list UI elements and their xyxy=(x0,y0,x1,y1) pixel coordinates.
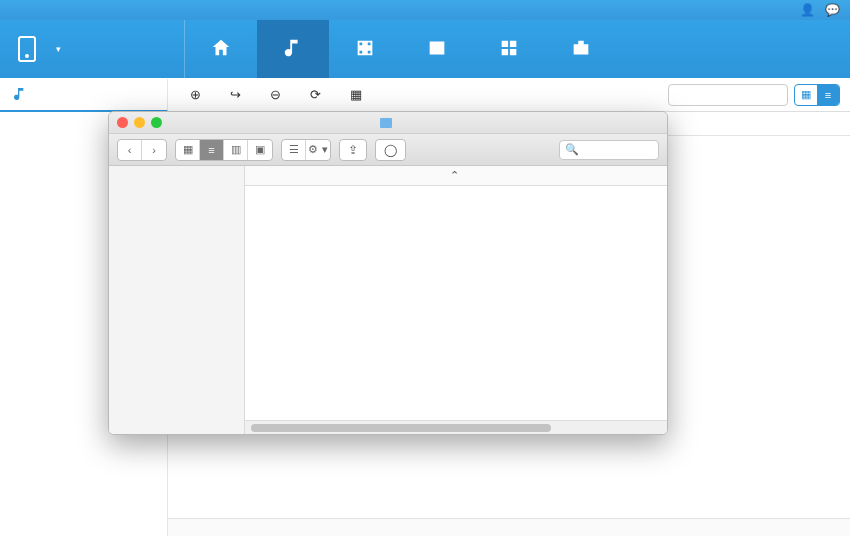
search-input[interactable] xyxy=(668,84,788,106)
device-icon xyxy=(18,36,36,62)
minimize-icon[interactable] xyxy=(134,117,145,128)
nav-home[interactable] xyxy=(185,20,257,78)
finder-sidebar xyxy=(109,166,245,434)
chevron-down-icon: ▾ xyxy=(56,44,61,54)
list-view-icon[interactable]: ≡ xyxy=(817,85,839,105)
maximize-icon[interactable] xyxy=(151,117,162,128)
list-view-icon[interactable]: ≡ xyxy=(200,140,224,160)
column-view-icon[interactable]: ▥ xyxy=(224,140,248,160)
tags-button[interactable]: ◯ xyxy=(375,139,406,161)
toolbar: ⊕ ↪ ⊖ ⟳ ▦ 🔍 ▦ ≡ xyxy=(0,78,850,112)
status-footer xyxy=(168,518,850,536)
delete-button[interactable]: ⊖ xyxy=(268,87,288,102)
nav-apps[interactable] xyxy=(473,20,545,78)
export-button[interactable]: ↪ xyxy=(228,87,248,102)
refresh-button[interactable]: ⟳ xyxy=(308,87,328,102)
view-toggle[interactable]: ▦ ≡ xyxy=(794,84,840,106)
gear-icon[interactable]: ⚙︎ ▾ xyxy=(306,140,330,160)
music-note-icon xyxy=(12,86,28,102)
forward-icon[interactable]: › xyxy=(142,140,166,160)
toolbox-icon xyxy=(570,37,592,59)
nav-back-forward[interactable]: ‹› xyxy=(117,139,167,161)
user-icon[interactable]: 👤 xyxy=(800,0,815,20)
videos-icon xyxy=(354,37,376,59)
device-selector[interactable]: ▾ xyxy=(0,20,185,78)
search-icon: 🔍 xyxy=(565,143,579,156)
icon-view-icon[interactable]: ▦ xyxy=(176,140,200,160)
plus-icon: ⊕ xyxy=(188,87,203,102)
home-icon xyxy=(210,37,232,59)
deduplicate-button[interactable]: ▦ xyxy=(348,87,368,102)
main-nav: ▾ xyxy=(0,20,850,78)
delete-icon: ⊖ xyxy=(268,87,283,102)
finder-file-list: ⌃ xyxy=(245,166,667,434)
col-name[interactable]: ⌃ xyxy=(245,169,467,182)
nav-toolbox[interactable] xyxy=(545,20,617,78)
gallery-view-icon[interactable]: ▣ xyxy=(248,140,272,160)
add-button[interactable]: ⊕ xyxy=(188,87,208,102)
folder-icon xyxy=(380,118,392,128)
view-mode-group[interactable]: ▦ ≡ ▥ ▣ xyxy=(175,139,273,161)
back-icon[interactable]: ‹ xyxy=(118,140,142,160)
feedback-icon[interactable]: 💬 xyxy=(825,0,840,20)
arrange-group[interactable]: ☰⚙︎ ▾ xyxy=(281,139,331,161)
finder-toolbar: ‹› ▦ ≡ ▥ ▣ ☰⚙︎ ▾ ⇪ ◯ 🔍 xyxy=(109,134,667,166)
finder-window: ‹› ▦ ≡ ▥ ▣ ☰⚙︎ ▾ ⇪ ◯ 🔍 ⌃ xyxy=(108,111,668,435)
share-button[interactable]: ⇪ xyxy=(339,139,367,161)
group-icon[interactable]: ☰ xyxy=(282,140,306,160)
nav-videos[interactable] xyxy=(329,20,401,78)
apps-icon xyxy=(498,37,520,59)
export-icon: ↪ xyxy=(228,87,243,102)
refresh-icon: ⟳ xyxy=(308,87,323,102)
app-titlebar: 👤 💬 xyxy=(0,0,850,20)
horizontal-scrollbar[interactable] xyxy=(245,420,667,434)
sort-asc-icon: ⌃ xyxy=(450,169,459,182)
nav-music[interactable] xyxy=(257,20,329,78)
close-icon[interactable] xyxy=(117,117,128,128)
music-icon xyxy=(282,37,304,59)
nav-photos[interactable] xyxy=(401,20,473,78)
photos-icon xyxy=(426,37,448,59)
dedupe-icon: ▦ xyxy=(348,87,363,102)
grid-view-icon[interactable]: ▦ xyxy=(795,85,817,105)
finder-titlebar[interactable] xyxy=(109,112,667,134)
sidebar-category-music[interactable] xyxy=(0,79,168,112)
